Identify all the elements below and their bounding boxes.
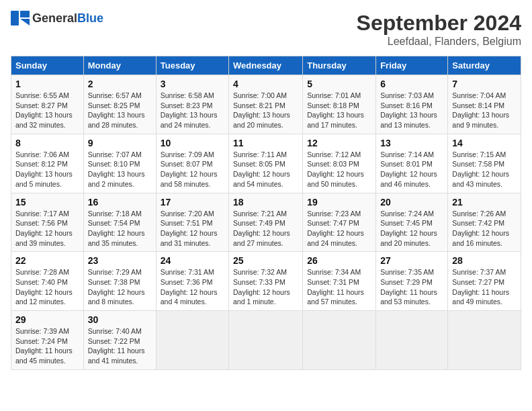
calendar-row: 1Sunrise: 6:55 AMSunset: 8:27 PMDaylight… xyxy=(11,75,521,134)
day-info: Sunrise: 7:21 AMSunset: 7:49 PMDaylight:… xyxy=(233,209,298,248)
day-number: 27 xyxy=(380,255,443,266)
calendar-cell xyxy=(303,311,376,370)
day-number: 19 xyxy=(307,197,371,208)
calendar-cell: 13Sunrise: 7:14 AMSunset: 8:01 PMDayligh… xyxy=(376,134,448,193)
day-number: 13 xyxy=(380,138,443,148)
day-info: Sunrise: 7:00 AMSunset: 8:21 PMDaylight:… xyxy=(233,91,298,130)
day-info: Sunrise: 7:14 AMSunset: 8:01 PMDaylight:… xyxy=(380,150,443,189)
day-number: 11 xyxy=(233,138,298,148)
calendar-cell: 15Sunrise: 7:17 AMSunset: 7:56 PMDayligh… xyxy=(11,193,84,252)
calendar-cell: 26Sunrise: 7:34 AMSunset: 7:31 PMDayligh… xyxy=(303,252,376,311)
calendar-cell: 17Sunrise: 7:20 AMSunset: 7:51 PMDayligh… xyxy=(156,193,228,252)
header-row: Sunday Monday Tuesday Wednesday Thursday… xyxy=(11,56,521,75)
calendar-cell: 18Sunrise: 7:21 AMSunset: 7:49 PMDayligh… xyxy=(229,193,303,252)
day-number: 29 xyxy=(15,314,79,325)
day-info: Sunrise: 7:24 AMSunset: 7:45 PMDaylight:… xyxy=(380,209,443,248)
calendar-cell: 7Sunrise: 7:04 AMSunset: 8:14 PMDaylight… xyxy=(448,75,521,134)
calendar-cell: 14Sunrise: 7:15 AMSunset: 7:58 PMDayligh… xyxy=(448,134,521,193)
logo: GeneralBlue xyxy=(11,11,103,26)
logo-general: General xyxy=(32,11,77,25)
calendar-cell: 5Sunrise: 7:01 AMSunset: 8:18 PMDaylight… xyxy=(303,75,376,134)
day-info: Sunrise: 7:11 AMSunset: 8:05 PMDaylight:… xyxy=(233,150,298,189)
calendar-cell: 10Sunrise: 7:09 AMSunset: 8:07 PMDayligh… xyxy=(156,134,228,193)
day-number: 1 xyxy=(15,79,79,89)
day-number: 16 xyxy=(88,197,152,208)
day-number: 2 xyxy=(88,79,152,89)
calendar-table: Sunday Monday Tuesday Wednesday Thursday… xyxy=(11,56,521,370)
day-number: 4 xyxy=(233,79,298,89)
day-info: Sunrise: 7:40 AMSunset: 7:22 PMDaylight:… xyxy=(88,326,152,366)
day-info: Sunrise: 7:26 AMSunset: 7:42 PMDaylight:… xyxy=(452,209,517,248)
day-number: 14 xyxy=(452,138,517,148)
day-number: 18 xyxy=(233,197,298,208)
svg-marker-2 xyxy=(20,19,30,26)
day-info: Sunrise: 7:17 AMSunset: 7:56 PMDaylight:… xyxy=(15,209,79,248)
logo-text: GeneralBlue xyxy=(32,11,103,26)
day-info: Sunrise: 7:23 AMSunset: 7:47 PMDaylight:… xyxy=(307,209,371,248)
day-number: 30 xyxy=(88,314,152,325)
day-info: Sunrise: 7:28 AMSunset: 7:40 PMDaylight:… xyxy=(15,267,79,307)
day-info: Sunrise: 7:34 AMSunset: 7:31 PMDaylight:… xyxy=(307,267,371,307)
day-info: Sunrise: 6:55 AMSunset: 8:27 PMDaylight:… xyxy=(15,91,79,130)
calendar-cell: 4Sunrise: 7:00 AMSunset: 8:21 PMDaylight… xyxy=(229,75,303,134)
day-number: 9 xyxy=(88,138,152,148)
calendar-cell: 30Sunrise: 7:40 AMSunset: 7:22 PMDayligh… xyxy=(83,311,156,370)
calendar-cell xyxy=(229,311,303,370)
logo-blue: Blue xyxy=(77,11,103,25)
calendar-cell: 29Sunrise: 7:39 AMSunset: 7:24 PMDayligh… xyxy=(11,311,84,370)
day-number: 17 xyxy=(161,197,224,208)
day-info: Sunrise: 7:01 AMSunset: 8:18 PMDaylight:… xyxy=(307,91,371,130)
logo-svg-icon xyxy=(11,11,30,26)
day-number: 10 xyxy=(161,138,224,148)
day-number: 7 xyxy=(452,79,517,89)
calendar-cell: 25Sunrise: 7:32 AMSunset: 7:33 PMDayligh… xyxy=(229,252,303,311)
calendar-row: 15Sunrise: 7:17 AMSunset: 7:56 PMDayligh… xyxy=(11,193,521,252)
day-info: Sunrise: 7:37 AMSunset: 7:27 PMDaylight:… xyxy=(452,267,517,307)
day-info: Sunrise: 7:39 AMSunset: 7:24 PMDaylight:… xyxy=(15,326,79,366)
header-thursday: Thursday xyxy=(303,56,376,75)
calendar-cell: 27Sunrise: 7:35 AMSunset: 7:29 PMDayligh… xyxy=(376,252,448,311)
day-info: Sunrise: 7:04 AMSunset: 8:14 PMDaylight:… xyxy=(452,91,517,130)
calendar-cell xyxy=(156,311,228,370)
day-info: Sunrise: 7:32 AMSunset: 7:33 PMDaylight:… xyxy=(233,267,298,307)
header-saturday: Saturday xyxy=(448,56,521,75)
day-info: Sunrise: 7:29 AMSunset: 7:38 PMDaylight:… xyxy=(88,267,152,307)
header-wednesday: Wednesday xyxy=(229,56,303,75)
day-number: 8 xyxy=(15,138,79,148)
calendar-row: 22Sunrise: 7:28 AMSunset: 7:40 PMDayligh… xyxy=(11,252,521,311)
calendar-cell: 12Sunrise: 7:12 AMSunset: 8:03 PMDayligh… xyxy=(303,134,376,193)
calendar-cell: 1Sunrise: 6:55 AMSunset: 8:27 PMDaylight… xyxy=(11,75,84,134)
calendar-cell: 16Sunrise: 7:18 AMSunset: 7:54 PMDayligh… xyxy=(83,193,156,252)
day-info: Sunrise: 7:07 AMSunset: 8:10 PMDaylight:… xyxy=(88,150,152,189)
day-number: 24 xyxy=(161,255,224,266)
day-number: 26 xyxy=(307,255,371,266)
day-number: 22 xyxy=(15,255,79,266)
calendar-cell xyxy=(376,311,448,370)
day-info: Sunrise: 7:31 AMSunset: 7:36 PMDaylight:… xyxy=(161,267,224,307)
header: GeneralBlue September 2024 Leefdaal, Fla… xyxy=(11,11,521,48)
day-number: 20 xyxy=(380,197,443,208)
day-info: Sunrise: 7:18 AMSunset: 7:54 PMDaylight:… xyxy=(88,209,152,248)
calendar-cell: 11Sunrise: 7:11 AMSunset: 8:05 PMDayligh… xyxy=(229,134,303,193)
calendar-cell: 9Sunrise: 7:07 AMSunset: 8:10 PMDaylight… xyxy=(83,134,156,193)
day-info: Sunrise: 7:12 AMSunset: 8:03 PMDaylight:… xyxy=(307,150,371,189)
header-sunday: Sunday xyxy=(11,56,84,75)
calendar-row: 29Sunrise: 7:39 AMSunset: 7:24 PMDayligh… xyxy=(11,311,521,370)
calendar-cell: 3Sunrise: 6:58 AMSunset: 8:23 PMDaylight… xyxy=(156,75,228,134)
header-monday: Monday xyxy=(83,56,156,75)
header-friday: Friday xyxy=(376,56,448,75)
day-number: 23 xyxy=(88,255,152,266)
day-info: Sunrise: 7:35 AMSunset: 7:29 PMDaylight:… xyxy=(380,267,443,307)
calendar-cell: 19Sunrise: 7:23 AMSunset: 7:47 PMDayligh… xyxy=(303,193,376,252)
calendar-cell: 6Sunrise: 7:03 AMSunset: 8:16 PMDaylight… xyxy=(376,75,448,134)
day-info: Sunrise: 7:15 AMSunset: 7:58 PMDaylight:… xyxy=(452,150,517,189)
day-info: Sunrise: 7:09 AMSunset: 8:07 PMDaylight:… xyxy=(161,150,224,189)
svg-rect-1 xyxy=(20,11,30,17)
calendar-cell: 2Sunrise: 6:57 AMSunset: 8:25 PMDaylight… xyxy=(83,75,156,134)
calendar-body: 1Sunrise: 6:55 AMSunset: 8:27 PMDaylight… xyxy=(11,75,521,370)
day-number: 3 xyxy=(161,79,224,89)
subtitle: Leefdaal, Flanders, Belgium xyxy=(357,36,521,48)
main-title: September 2024 xyxy=(357,11,521,36)
calendar-header: Sunday Monday Tuesday Wednesday Thursday… xyxy=(11,56,521,75)
calendar-cell: 21Sunrise: 7:26 AMSunset: 7:42 PMDayligh… xyxy=(448,193,521,252)
